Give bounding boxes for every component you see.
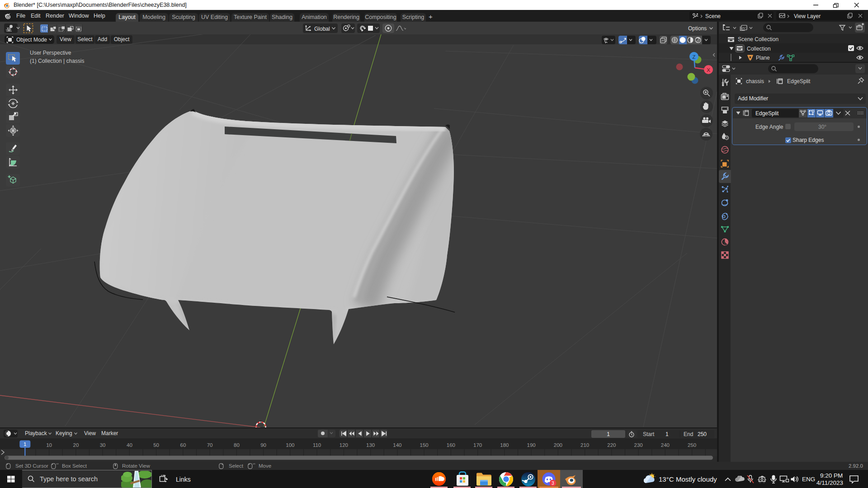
- svg-text:20: 20: [73, 442, 79, 448]
- svg-text:130: 130: [366, 442, 375, 448]
- svg-text:Z: Z: [692, 54, 695, 60]
- svg-text:X: X: [707, 67, 710, 73]
- svg-text:40: 40: [127, 442, 132, 448]
- svg-text:90: 90: [260, 442, 266, 448]
- svg-text:230: 230: [634, 442, 643, 448]
- svg-text:250: 250: [688, 442, 696, 448]
- svg-text:3: 3: [552, 480, 554, 486]
- svg-text:160: 160: [447, 442, 455, 448]
- svg-text:150: 150: [420, 442, 429, 448]
- svg-text:30: 30: [100, 442, 106, 448]
- svg-text:190: 190: [527, 442, 536, 448]
- svg-text:180: 180: [500, 442, 509, 448]
- svg-text:110: 110: [313, 442, 321, 448]
- svg-text:140: 140: [393, 442, 401, 448]
- svg-text:70: 70: [207, 442, 213, 448]
- svg-text:50: 50: [153, 442, 159, 448]
- svg-text:120: 120: [340, 442, 348, 448]
- svg-text:240: 240: [661, 442, 670, 448]
- svg-text:80: 80: [234, 442, 240, 448]
- svg-text:10: 10: [46, 442, 52, 448]
- svg-text:200: 200: [554, 442, 562, 448]
- svg-text:170: 170: [473, 442, 482, 448]
- svg-text:1: 1: [24, 441, 26, 447]
- svg-text:210: 210: [580, 442, 589, 448]
- svg-text:100: 100: [286, 442, 294, 448]
- svg-text:220: 220: [607, 442, 616, 448]
- svg-text:60: 60: [180, 442, 186, 448]
